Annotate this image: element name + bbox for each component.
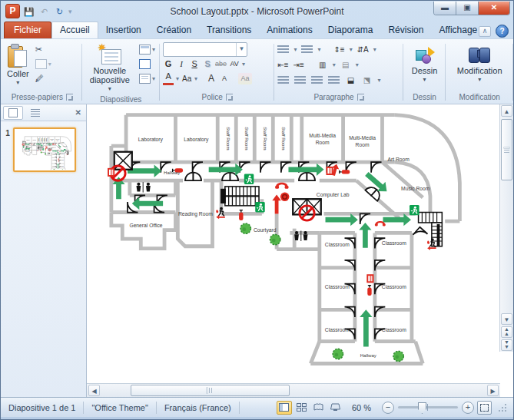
zoom-slider-thumb[interactable] (418, 402, 426, 414)
tab-slides-thumbnails[interactable] (3, 106, 23, 120)
slide-sorter-view-icon[interactable] (295, 402, 309, 414)
quick-access-toolbar: P 💾 ↶ ↻ ▾ (5, 4, 72, 18)
scroll-up-icon[interactable]: ▲ (501, 105, 512, 117)
resize-grip[interactable] (498, 403, 507, 412)
grow-font-button[interactable]: A (206, 73, 217, 84)
tab-animations[interactable]: Animations (259, 22, 320, 38)
smartart-convert-icon[interactable]: ⬔ (361, 74, 372, 86)
align-center-icon[interactable] (294, 76, 306, 85)
tab-affichage[interactable]: Affichage (431, 22, 485, 38)
align-right-icon[interactable] (311, 76, 323, 85)
tab-fichier[interactable]: Fichier (4, 21, 51, 38)
clear-formatting-button[interactable]: Aa (238, 73, 252, 84)
close-panel-icon[interactable]: ✕ (73, 108, 84, 117)
zoom-out-icon[interactable]: − (382, 402, 394, 414)
group-editing: Modification▾ Modification (446, 41, 513, 104)
zoom-slider[interactable] (398, 406, 458, 408)
new-slide-button[interactable]: ✷ Nouvelle diapositive▾ (84, 41, 137, 95)
text-direction-icon[interactable]: ⇵A (357, 44, 369, 55)
distribute-icon[interactable]: ⬓ (345, 74, 356, 86)
scroll-down-icon[interactable]: ▼ (501, 313, 512, 325)
language-indicator[interactable]: Français (France) (163, 403, 233, 412)
line-spacing-icon[interactable]: ⇕≡ (333, 44, 344, 55)
font-name-value (164, 43, 236, 56)
paste-button[interactable]: Coller▾ (4, 41, 32, 91)
collapse-ribbon-icon[interactable]: ∧ (479, 26, 491, 37)
italic-button[interactable]: I (176, 58, 187, 70)
columns-icon[interactable]: ▥ (317, 59, 328, 71)
group-font: ▼ G I S S abe AV▾ A▾ Aa▾ A A Aa (160, 41, 274, 104)
slide-thumbnail[interactable] (13, 127, 76, 172)
undo-icon[interactable]: ↶ (38, 5, 51, 18)
previous-slide-icon[interactable]: ▲▲ (501, 326, 512, 338)
scroll-right-icon[interactable]: ▶ (487, 385, 499, 396)
help-icon[interactable]: ? (496, 25, 509, 38)
theme-indicator[interactable]: "Office Theme" (90, 403, 149, 412)
save-icon[interactable]: 💾 (22, 5, 35, 18)
section-button[interactable]: ▾ (138, 72, 157, 84)
change-case-button[interactable]: Aa (181, 73, 192, 84)
underline-button[interactable]: S (189, 58, 200, 70)
next-slide-icon[interactable]: ▼▼ (501, 339, 512, 351)
zoom-level[interactable]: 60 % (350, 403, 373, 412)
normal-view-icon[interactable] (277, 401, 292, 415)
tab-revision[interactable]: Révision (380, 22, 431, 38)
close-button[interactable]: ✕ (479, 2, 509, 15)
restore-button[interactable]: ▣ (456, 2, 479, 15)
vertical-scrollbar[interactable]: ▲ ▼ ▲▲ ▼▼ (499, 104, 513, 352)
tab-transitions[interactable]: Transitions (199, 22, 259, 38)
bullets-icon[interactable] (277, 45, 289, 55)
slideshow-view-icon[interactable] (329, 402, 343, 414)
powerpoint-window: P 💾 ↶ ↻ ▾ School Layout.pptx - Microsoft… (0, 0, 514, 420)
font-name-combobox[interactable]: ▼ (163, 42, 247, 57)
new-slide-icon: ✷ (98, 45, 121, 64)
align-left-icon[interactable] (277, 76, 289, 85)
tab-creation[interactable]: Création (149, 22, 199, 38)
horizontal-scrollbar[interactable]: ◀ ▶ (87, 383, 500, 397)
slide-canvas[interactable]: Laboratory Laboratory Staff Room Staff R… (87, 104, 513, 397)
text-shadow-button[interactable]: S (202, 58, 213, 70)
slide-layout-button[interactable]: ▾ (138, 43, 157, 55)
horizontal-scroll-thumb[interactable] (131, 385, 290, 396)
font-dialog-launcher-icon[interactable] (226, 94, 233, 101)
powerpoint-app-icon[interactable]: P (5, 4, 20, 18)
chevron-down-icon[interactable]: ▼ (236, 43, 247, 56)
titlebar: P 💾 ↶ ↻ ▾ School Layout.pptx - Microsoft… (1, 1, 513, 21)
ribbon: Coller▾ ✂ ▾ 🖉 Presse-papiers ✷ Nouvelle … (1, 38, 513, 104)
editing-button[interactable]: Modification▾ (454, 41, 506, 91)
justify-icon[interactable] (328, 76, 340, 85)
tab-accueil[interactable]: Accueil (51, 21, 98, 38)
cut-button[interactable]: ✂ (34, 43, 53, 55)
qat-dropdown-icon[interactable]: ▾ (68, 8, 72, 15)
paragraph-dialog-launcher-icon[interactable] (357, 94, 364, 101)
floor-plan-drawing[interactable]: Laboratory Laboratory Staff Room Staff R… (105, 109, 489, 373)
tab-outline[interactable] (25, 106, 45, 120)
reset-slide-button[interactable] (138, 58, 157, 70)
slide-indicator[interactable]: Diapositive 1 de 1 (7, 403, 77, 412)
copy-button[interactable]: ▾ (34, 58, 53, 70)
decrease-indent-icon[interactable]: ⇤≡ (277, 59, 288, 71)
redo-icon[interactable]: ↻ (53, 5, 66, 18)
shrink-font-button[interactable]: A (219, 73, 230, 84)
clipboard-dialog-launcher-icon[interactable] (66, 94, 73, 101)
character-spacing-button[interactable]: AV (229, 58, 240, 70)
group-clipboard: Coller▾ ✂ ▾ 🖉 Presse-papiers (2, 41, 82, 104)
fit-to-window-icon[interactable] (477, 401, 492, 415)
align-text-icon[interactable]: ▤ (340, 59, 351, 71)
tab-diaporama[interactable]: Diaporama (320, 22, 381, 38)
vertical-scroll-thumb[interactable] (501, 119, 512, 180)
zoom-in-icon[interactable]: + (462, 402, 474, 414)
ribbon-tab-row: Fichier Accueil Insertion Création Trans… (1, 21, 513, 38)
minimize-button[interactable]: ▬ (434, 2, 456, 15)
strikethrough-button[interactable]: abe (215, 58, 227, 70)
scroll-left-icon[interactable]: ◀ (88, 385, 100, 396)
increase-indent-icon[interactable]: ⇥≡ (293, 59, 304, 71)
tab-insertion[interactable]: Insertion (98, 22, 149, 38)
font-color-button[interactable]: A (163, 71, 174, 85)
format-painter-button[interactable]: 🖉 (34, 72, 53, 84)
bold-button[interactable]: G (163, 58, 174, 70)
reading-view-icon[interactable] (312, 402, 326, 414)
shapes-icon (415, 45, 435, 64)
drawing-button[interactable]: Dessin▾ (409, 41, 441, 91)
numbering-icon[interactable] (301, 45, 313, 55)
